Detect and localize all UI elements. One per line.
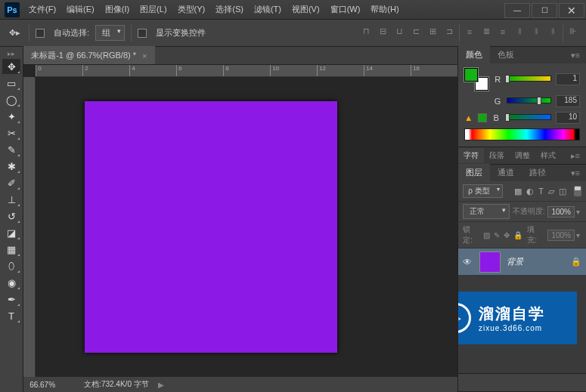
menu-edit[interactable]: 编辑(E) (62, 1, 99, 18)
tab-color[interactable]: 颜色 (458, 46, 490, 63)
layer-name[interactable]: 背景 (507, 256, 565, 267)
close-tab-icon[interactable]: × (142, 51, 147, 60)
tab-layers[interactable]: 图层 (458, 164, 490, 181)
distribute-top-icon[interactable]: ≡ (463, 25, 476, 39)
menu-type[interactable]: 类型(Y) (173, 1, 210, 18)
menu-select[interactable]: 选择(S) (211, 1, 248, 18)
close-button[interactable]: ✕ (559, 3, 584, 18)
layer-thumbnail[interactable] (479, 252, 501, 273)
arrange-icon[interactable]: ⊪ (566, 25, 580, 39)
tab-paragraph[interactable]: 段落 (484, 148, 510, 163)
toolbox-grip[interactable]: ▸▸ (0, 50, 23, 57)
horizontal-ruler[interactable]: 0246810121416 (36, 65, 457, 77)
maximize-button[interactable]: ☐ (532, 3, 557, 18)
r-value[interactable]: 1 (556, 73, 580, 85)
visibility-icon[interactable]: 👁 (463, 257, 473, 267)
filter-shape-icon[interactable]: ▱ (548, 187, 554, 196)
auto-select-target-dropdown[interactable]: 组 (95, 25, 125, 41)
menu-window[interactable]: 窗口(W) (326, 1, 365, 18)
type-tool[interactable]: T (2, 308, 20, 323)
clone-stamp-tool[interactable]: ⊥ (2, 192, 20, 207)
menu-file[interactable]: 文件(F) (24, 1, 60, 18)
lock-all-icon[interactable]: 🔒 (513, 231, 522, 239)
b-value[interactable]: 10 (556, 112, 580, 124)
crop-tool[interactable]: ✂ (2, 125, 20, 140)
tab-styles[interactable]: 样式 (535, 148, 561, 163)
distribute-right-icon[interactable]: ⦀ (546, 25, 560, 39)
align-vcenter-icon[interactable]: ⊟ (376, 25, 389, 39)
magic-wand-tool[interactable]: ✦ (2, 109, 20, 124)
align-right-icon[interactable]: ⊐ (442, 25, 456, 39)
layer-row[interactable]: 👁 背景 🔒 (458, 248, 586, 276)
filter-toggle[interactable] (574, 186, 581, 196)
menu-layer[interactable]: 图层(L) (135, 1, 171, 18)
gamut-warning-icon[interactable]: ▲ (464, 113, 473, 122)
menu-help[interactable]: 帮助(H) (366, 1, 403, 18)
menu-filter[interactable]: 滤镜(T) (250, 1, 286, 18)
history-brush-tool[interactable]: ↺ (2, 208, 20, 224)
blur-tool[interactable]: ⬯ (2, 258, 20, 273)
auto-select-checkbox[interactable] (36, 29, 45, 38)
tab-adjustments[interactable]: 调整 (510, 148, 535, 163)
eraser-tool[interactable]: ◪ (2, 225, 20, 240)
spectrum-ramp[interactable] (464, 128, 580, 140)
show-transform-label: 显示变换控件 (156, 27, 206, 39)
closest-color-swatch[interactable] (478, 113, 487, 122)
dodge-tool[interactable]: ◉ (2, 275, 20, 290)
menu-view[interactable]: 视图(V) (287, 1, 324, 18)
layer-list[interactable]: 👁 背景 🔒 ▷ 溜溜自学 zixue.3d66.com (458, 248, 586, 373)
minimize-button[interactable]: — (504, 3, 530, 18)
r-slider[interactable] (507, 76, 551, 83)
fg-bg-swatches[interactable] (464, 68, 488, 91)
brush-tool[interactable]: ✐ (2, 175, 20, 190)
pen-tool[interactable]: ✒ (2, 292, 20, 307)
doc-info[interactable]: 文档:732.4K/0 字节 (84, 379, 149, 390)
g-value[interactable]: 185 (556, 95, 580, 107)
filter-adjust-icon[interactable]: ◐ (526, 187, 534, 196)
distribute-vcenter-icon[interactable]: ≣ (479, 25, 493, 39)
healing-brush-tool[interactable]: ✱ (2, 159, 20, 174)
fill-value[interactable]: 100% (547, 230, 575, 241)
opacity-value[interactable]: 100% (547, 206, 575, 218)
lasso-tool[interactable]: ◯ (2, 92, 20, 107)
b-slider[interactable] (505, 114, 551, 122)
vertical-ruler[interactable] (23, 77, 36, 377)
lock-pixels-icon[interactable]: ✎ (494, 231, 500, 239)
tab-paths[interactable]: 路径 (522, 164, 553, 181)
g-slider[interactable] (507, 97, 551, 105)
align-hcenter-icon[interactable]: ⊞ (426, 25, 439, 39)
marquee-tool[interactable]: ▭ (2, 76, 20, 91)
filter-type-icon[interactable]: T (538, 187, 544, 196)
distribute-left-icon[interactable]: ⦀ (513, 25, 526, 39)
foreground-swatch[interactable] (464, 68, 478, 82)
lock-transparency-icon[interactable]: ▨ (483, 231, 490, 239)
document-tab[interactable]: 未标题-1 @ 66.7%(RGB/8) * × (23, 46, 154, 64)
menu-image[interactable]: 图像(I) (101, 1, 134, 18)
tab-swatches[interactable]: 色板 (490, 46, 522, 63)
distribute-hcenter-icon[interactable]: ⦀ (529, 25, 543, 39)
tab-channels[interactable]: 通道 (490, 164, 522, 181)
filter-smart-icon[interactable]: ◫ (559, 187, 566, 196)
lock-label: 锁定: (463, 224, 479, 245)
panel-menu-icon[interactable]: ▾≡ (565, 165, 586, 181)
move-tool[interactable]: ✥ (2, 59, 20, 74)
gradient-tool[interactable]: ▦ (2, 242, 20, 257)
align-top-icon[interactable]: ⊓ (359, 25, 373, 39)
blend-mode-dropdown[interactable]: 正常 (463, 204, 510, 219)
layer-filter-dropdown[interactable]: ρ 类型 (463, 184, 502, 198)
lock-position-icon[interactable]: ✥ (504, 231, 510, 239)
zoom-level[interactable]: 66.67% (29, 381, 75, 389)
watermark-icon: ▷ (458, 303, 471, 333)
align-bottom-icon[interactable]: ⊔ (392, 25, 406, 39)
align-left-icon[interactable]: ⊏ (409, 25, 423, 39)
distribute-bottom-icon[interactable]: ≡ (496, 25, 510, 39)
eyedropper-tool[interactable]: ✎ (2, 142, 20, 157)
tab-character[interactable]: 字符 (458, 148, 484, 163)
canvas-background[interactable] (36, 77, 457, 377)
panel-menu-icon[interactable]: ▸≡ (565, 148, 586, 164)
canvas[interactable] (85, 101, 337, 353)
show-transform-checkbox[interactable] (138, 29, 147, 38)
panel-menu-icon[interactable]: ▾≡ (565, 48, 586, 63)
doc-info-menu-icon[interactable]: ▶ (158, 381, 164, 389)
filter-pixel-icon[interactable]: ▩ (514, 187, 522, 196)
